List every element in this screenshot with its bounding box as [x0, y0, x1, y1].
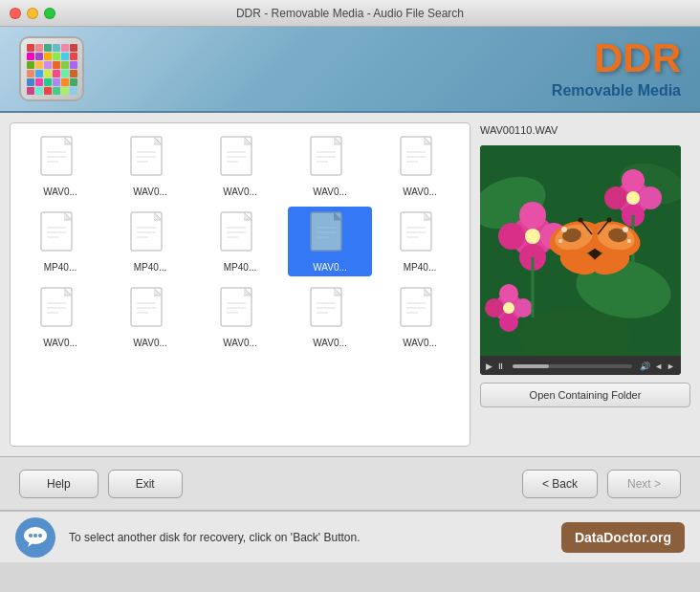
list-item[interactable]: WAV0...	[108, 282, 192, 352]
button-bar: Help Exit < Back Next >	[0, 457, 700, 511]
file-label: WAV0...	[133, 186, 167, 197]
list-item[interactable]: WAV0...	[378, 131, 462, 201]
list-item[interactable]: MP40...	[108, 207, 192, 276]
svg-point-76	[626, 191, 640, 205]
next-button[interactable]: Next >	[607, 470, 681, 498]
file-icon	[39, 210, 81, 260]
main-content: WAV0... WAV0... WAV0... WAV0...	[0, 113, 700, 457]
preview-image-container: ▶ ⏸ 🔊 ◄ ►	[480, 145, 681, 375]
list-item[interactable]: WAV0...	[108, 131, 192, 201]
list-item[interactable]: MP40...	[378, 207, 462, 276]
file-label: WAV0...	[133, 338, 167, 348]
file-label: WAV0...	[403, 186, 437, 197]
svg-point-96	[579, 218, 583, 223]
exit-button[interactable]: Exit	[108, 470, 183, 498]
preview-controls: ▶ ⏸ 🔊 ◄ ►	[480, 356, 681, 375]
file-icon	[309, 135, 351, 185]
file-icon	[309, 286, 351, 336]
traffic-lights	[10, 8, 55, 19]
back-button[interactable]: < Back	[522, 470, 598, 498]
right-buttons: < Back Next >	[522, 470, 681, 498]
help-button[interactable]: Help	[19, 470, 98, 498]
file-label: MP40...	[134, 262, 166, 273]
list-item[interactable]: WAV0...	[288, 131, 372, 201]
svg-point-106	[38, 534, 42, 537]
file-icon	[39, 135, 81, 185]
close-button[interactable]	[10, 8, 21, 19]
file-icon	[399, 286, 441, 336]
list-item[interactable]: WAV0...	[18, 282, 102, 352]
brand-subtitle: Removable Media	[552, 82, 681, 99]
file-label: WAV0...	[313, 338, 347, 348]
file-grid: WAV0... WAV0... WAV0... WAV0...	[18, 131, 462, 352]
svg-point-67	[498, 223, 525, 250]
svg-point-105	[33, 534, 37, 537]
window-title: DDR - Removable Media - Audio File Searc…	[236, 7, 464, 20]
play-button[interactable]: ▶	[486, 362, 492, 371]
file-icon	[399, 135, 441, 185]
list-item[interactable]: WAV0...	[288, 282, 372, 352]
svg-point-104	[29, 534, 33, 537]
brand-text: DDR Removable Media	[552, 38, 681, 99]
file-label: WAV0...	[403, 338, 437, 348]
svg-point-99	[623, 227, 628, 232]
list-item[interactable]: WAV0...	[18, 131, 102, 201]
svg-point-74	[639, 186, 662, 209]
file-icon-selected	[309, 210, 351, 260]
svg-point-82	[503, 302, 514, 314]
pause-button[interactable]: ⏸	[496, 362, 505, 371]
brand-title: DDR	[552, 38, 681, 78]
svg-point-70	[525, 229, 540, 244]
file-icon	[219, 135, 261, 185]
minimize-button[interactable]	[27, 8, 38, 19]
file-icon	[129, 210, 171, 260]
file-label: WAV0...	[313, 186, 347, 197]
file-label: MP40...	[44, 262, 77, 273]
file-label: WAV0...	[223, 186, 257, 197]
svg-point-72	[622, 169, 645, 192]
list-item[interactable]: WAV0...	[198, 282, 282, 352]
svg-point-73	[604, 186, 627, 209]
svg-point-98	[561, 227, 567, 232]
svg-point-101	[627, 239, 631, 243]
progress-bar[interactable]	[513, 364, 632, 368]
list-item[interactable]: MP40...	[198, 207, 282, 276]
datadoctor-badge[interactable]: DataDoctor.org	[561, 522, 685, 553]
file-label: MP40...	[404, 262, 436, 273]
chat-icon	[22, 524, 49, 551]
list-item[interactable]: MP40...	[18, 207, 102, 276]
mosaic-icon	[27, 44, 77, 95]
status-message: To select another disk for recovery, cli…	[69, 531, 548, 544]
file-icon	[39, 286, 81, 336]
list-item-selected[interactable]: WAV0...	[288, 207, 372, 276]
fullscreen-button[interactable]	[44, 8, 55, 19]
preview-image	[480, 145, 681, 356]
file-label: WAV0...	[223, 338, 257, 348]
progress-fill	[513, 364, 549, 368]
svg-point-100	[558, 239, 562, 243]
file-label: MP40...	[224, 262, 256, 273]
svg-point-97	[607, 218, 612, 223]
open-folder-button[interactable]: Open Containing Folder	[480, 383, 690, 407]
status-bar: To select another disk for recovery, cli…	[0, 511, 700, 562]
app-logo	[19, 36, 84, 101]
file-label: WAV0...	[43, 338, 77, 348]
list-item[interactable]: WAV0...	[378, 282, 462, 352]
volume-up-button[interactable]: ►	[667, 362, 675, 371]
volume-down-button[interactable]: ◄	[654, 362, 663, 371]
chat-icon-container	[15, 517, 55, 558]
list-item[interactable]: WAV0...	[198, 131, 282, 201]
file-icon	[219, 286, 261, 336]
preview-filename: WAV00110.WAV	[480, 122, 690, 138]
file-icon	[219, 210, 261, 260]
file-icon	[129, 135, 171, 185]
file-grid-container[interactable]: WAV0... WAV0... WAV0... WAV0...	[10, 122, 470, 447]
left-buttons: Help Exit	[19, 470, 183, 498]
app-header: DDR Removable Media	[0, 27, 700, 113]
file-label: WAV0...	[43, 186, 77, 197]
preview-scene-svg	[480, 145, 681, 356]
svg-point-79	[485, 298, 504, 318]
preview-panel: WAV00110.WAV	[480, 122, 690, 447]
volume-icon: 🔊	[640, 362, 650, 371]
svg-point-78	[499, 284, 518, 303]
